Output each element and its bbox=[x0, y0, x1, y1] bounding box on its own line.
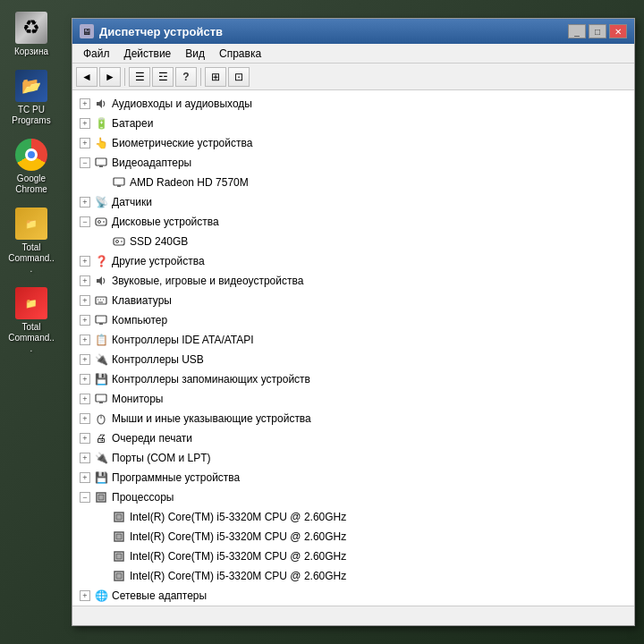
expand-btn-storage[interactable]: + bbox=[80, 374, 90, 385]
chrome-label: GoogleChrome bbox=[15, 174, 47, 195]
forward-button[interactable]: ► bbox=[99, 67, 121, 87]
expand-btn-usb[interactable]: + bbox=[80, 354, 90, 365]
expand-btn-computer[interactable]: + bbox=[80, 315, 90, 326]
item-label-cpu1: Intel(R) Core(TM) i5-3320M CPU @ 2.60GHz bbox=[130, 511, 346, 523]
item-label-network: Сетевые адаптеры bbox=[112, 589, 207, 602]
item-icon-other: ❓ bbox=[94, 254, 108, 268]
chrome-icon[interactable]: GoogleChrome bbox=[4, 136, 58, 198]
item-label-biometric: Биометрические устройства bbox=[112, 137, 252, 149]
item-icon-cpu4 bbox=[112, 569, 126, 583]
item-label-mice: Мыши и иные указывающие устройства bbox=[112, 412, 311, 425]
svg-rect-32 bbox=[116, 573, 122, 579]
tree-item-ssd[interactable]: SSD 240GB bbox=[72, 232, 634, 251]
tree-item-processors[interactable]: −Процессоры bbox=[72, 487, 634, 507]
expand-btn-ports[interactable]: + bbox=[80, 453, 90, 463]
item-icon-network: 🌐 bbox=[94, 589, 108, 603]
item-icon-usb: 🔌 bbox=[94, 352, 108, 367]
svg-point-7 bbox=[98, 221, 101, 224]
back-button[interactable]: ◄ bbox=[76, 67, 97, 87]
item-icon-monitors bbox=[94, 392, 108, 406]
tree-item-network[interactable]: +🌐Сетевые адаптеры bbox=[72, 586, 634, 606]
item-icon-cpu1 bbox=[112, 510, 126, 524]
expand-btn-audio[interactable]: + bbox=[80, 98, 90, 109]
item-label-audio: Аудиовходы и аудиовыходы bbox=[112, 97, 252, 110]
svg-rect-28 bbox=[116, 534, 122, 539]
tree-item-ports[interactable]: +🔌Порты (COM и LPT) bbox=[72, 448, 634, 468]
svg-point-10 bbox=[116, 241, 119, 243]
tree-item-biometric[interactable]: +👆Биометрические устройства bbox=[72, 133, 634, 153]
menu-view[interactable]: Вид bbox=[178, 46, 212, 62]
item-icon-disk bbox=[94, 215, 108, 229]
properties-button[interactable]: ☰ bbox=[129, 67, 150, 87]
svg-rect-12 bbox=[96, 297, 106, 304]
tree-item-cpu1[interactable]: Intel(R) Core(TM) i5-3320M CPU @ 2.60GHz bbox=[72, 507, 634, 527]
expand-btn-monitors[interactable]: + bbox=[80, 394, 90, 404]
window-controls: _ □ ✕ bbox=[568, 24, 627, 38]
recycle-bin-icon[interactable]: ♻ Корзина bbox=[4, 9, 58, 60]
title-bar: 🖥 Диспетчер устройств _ □ ✕ bbox=[72, 19, 634, 44]
svg-rect-3 bbox=[114, 178, 124, 185]
tree-item-usb[interactable]: +🔌Контроллеры USB bbox=[72, 350, 634, 369]
item-icon-video bbox=[94, 156, 108, 170]
tree-item-audio[interactable]: +Аудиовходы и аудиовыходы bbox=[72, 94, 634, 114]
tree-item-mice[interactable]: +Мыши и иные указывающие устройства bbox=[72, 409, 634, 428]
list-button[interactable]: ☲ bbox=[152, 67, 174, 87]
tree-item-other[interactable]: +❓Другие устройства bbox=[72, 251, 634, 271]
item-icon-ide: 📋 bbox=[94, 333, 108, 347]
tree-item-monitors[interactable]: +Мониторы bbox=[72, 389, 634, 409]
tree-item-firmware[interactable]: +💾Программные устройства bbox=[72, 468, 634, 487]
view-button[interactable]: ⊡ bbox=[228, 67, 250, 87]
tree-item-ide[interactable]: +📋Контроллеры IDE ATA/ATAPI bbox=[72, 330, 634, 350]
expand-btn-video[interactable]: − bbox=[80, 157, 90, 168]
tree-item-video[interactable]: −Видеоадаптеры bbox=[72, 153, 634, 173]
tree-item-sound[interactable]: +Звуковые, игровые и видеоустройства bbox=[72, 271, 634, 291]
toolbar-separator-2 bbox=[200, 68, 201, 86]
menu-help[interactable]: Справка bbox=[212, 46, 268, 62]
tree-item-disk[interactable]: −Дисковые устройства bbox=[72, 212, 634, 232]
tcpu-label: TC PUPrograms bbox=[12, 105, 50, 126]
expand-btn-processors[interactable]: − bbox=[80, 492, 90, 503]
recycle-bin-label: Корзина bbox=[14, 47, 48, 57]
total-commander-2-icon[interactable]: 📁 TotalCommand... bbox=[4, 284, 58, 357]
tree-item-computer[interactable]: +Компьютер bbox=[72, 310, 634, 330]
expand-btn-sensors[interactable]: + bbox=[80, 197, 90, 208]
expand-btn-mice[interactable]: + bbox=[80, 413, 90, 424]
total-commander-1-icon[interactable]: 📁 TotalCommand... bbox=[4, 205, 58, 277]
maximize-button[interactable]: □ bbox=[589, 24, 606, 38]
tree-item-amd[interactable]: AMD Radeon HD 7570M bbox=[72, 173, 634, 192]
tree-item-cpu4[interactable]: Intel(R) Core(TM) i5-3320M CPU @ 2.60GHz bbox=[72, 566, 634, 586]
device-tree[interactable]: +Аудиовходы и аудиовыходы+🔋Батареи+👆Биом… bbox=[72, 90, 634, 606]
tree-item-print-queue[interactable]: +🖨Очереди печати bbox=[72, 428, 634, 448]
item-label-ports: Порты (COM и LPT) bbox=[112, 452, 211, 464]
svg-rect-18 bbox=[99, 323, 103, 325]
expand-btn-sound[interactable]: + bbox=[80, 275, 90, 286]
menu-action[interactable]: Действие bbox=[117, 46, 179, 62]
tree-item-sensors[interactable]: +📡Датчики bbox=[72, 192, 634, 212]
svg-rect-2 bbox=[99, 165, 103, 167]
tree-item-storage[interactable]: +💾Контроллеры запоминающих устройств bbox=[72, 369, 634, 389]
tree-item-cpu2[interactable]: Intel(R) Core(TM) i5-3320M CPU @ 2.60GHz bbox=[72, 527, 634, 547]
expand-button[interactable]: ⊞ bbox=[205, 67, 226, 87]
item-label-other: Другие устройства bbox=[112, 255, 205, 267]
tree-item-cpu3[interactable]: Intel(R) Core(TM) i5-3320M CPU @ 2.60GHz bbox=[72, 547, 634, 566]
desktop-sidebar: ♻ Корзина 📂 TC PUPrograms GoogleChrome 📁… bbox=[0, 0, 63, 644]
tc1-graphic: 📁 bbox=[15, 208, 47, 240]
close-button[interactable]: ✕ bbox=[609, 24, 627, 38]
expand-btn-ide[interactable]: + bbox=[80, 335, 90, 345]
expand-btn-network[interactable]: + bbox=[80, 590, 90, 601]
expand-btn-keyboards[interactable]: + bbox=[80, 295, 90, 306]
expand-btn-biometric[interactable]: + bbox=[80, 138, 90, 148]
expand-btn-disk[interactable]: − bbox=[80, 216, 90, 227]
expand-btn-firmware[interactable]: + bbox=[80, 472, 90, 483]
help-button[interactable]: ? bbox=[175, 67, 197, 87]
tcpu-icon[interactable]: 📂 TC PUPrograms bbox=[4, 67, 58, 129]
expand-btn-other[interactable]: + bbox=[80, 256, 90, 267]
menu-file[interactable]: Файл bbox=[76, 46, 117, 62]
tree-item-batteries[interactable]: +🔋Батареи bbox=[72, 114, 634, 133]
expand-btn-batteries[interactable]: + bbox=[80, 118, 90, 129]
minimize-button[interactable]: _ bbox=[568, 24, 586, 38]
tree-item-keyboards[interactable]: +Клавиатуры bbox=[72, 291, 634, 310]
item-icon-amd bbox=[112, 175, 126, 190]
expand-btn-print-queue[interactable]: + bbox=[80, 433, 90, 444]
item-label-ssd: SSD 240GB bbox=[130, 235, 188, 248]
